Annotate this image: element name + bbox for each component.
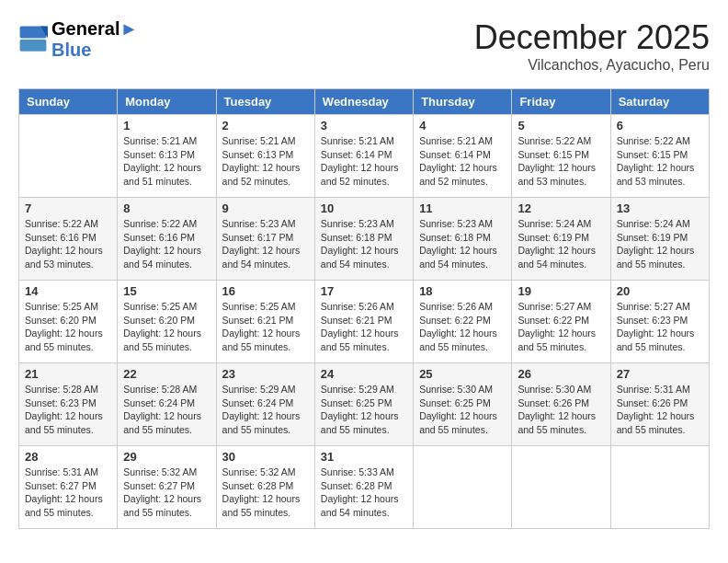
calendar-cell: 14Sunrise: 5:25 AMSunset: 6:20 PMDayligh… [19,281,118,363]
calendar-cell [19,115,118,198]
calendar-cell: 4Sunrise: 5:21 AMSunset: 6:14 PMDaylight… [414,115,512,198]
calendar-cell: 28Sunrise: 5:31 AMSunset: 6:27 PMDayligh… [19,446,118,529]
day-number: 6 [617,119,703,132]
calendar-cell: 21Sunrise: 5:28 AMSunset: 6:23 PMDayligh… [19,363,118,446]
day-info: Sunrise: 5:27 AMSunset: 6:22 PMDaylight:… [518,300,604,354]
calendar-cell: 5Sunrise: 5:22 AMSunset: 6:15 PMDaylight… [512,115,610,198]
calendar-cell [610,446,709,529]
day-info: Sunrise: 5:21 AMSunset: 6:13 PMDaylight:… [222,134,309,189]
calendar-cell [512,446,610,529]
header-friday: Friday [512,89,610,115]
calendar-cell: 22Sunrise: 5:28 AMSunset: 6:24 PMDayligh… [118,363,216,446]
day-number: 21 [25,367,111,381]
day-number: 22 [123,367,210,381]
day-info: Sunrise: 5:22 AMSunset: 6:16 PMDaylight:… [25,217,111,271]
page-header: General► Blue December 2025 Vilcanchos, … [18,18,710,74]
day-number: 3 [321,119,407,132]
calendar-cell: 7Sunrise: 5:22 AMSunset: 6:16 PMDaylight… [19,198,118,281]
day-info: Sunrise: 5:23 AMSunset: 6:17 PMDaylight:… [222,217,309,271]
day-info: Sunrise: 5:25 AMSunset: 6:20 PMDaylight:… [123,300,210,354]
calendar-table: Sunday Monday Tuesday Wednesday Thursday… [18,88,710,529]
month-title: December 2025 [474,18,710,57]
calendar-cell: 10Sunrise: 5:23 AMSunset: 6:18 PMDayligh… [314,198,413,281]
calendar-cell: 1Sunrise: 5:21 AMSunset: 6:13 PMDaylight… [118,115,216,198]
day-info: Sunrise: 5:22 AMSunset: 6:15 PMDaylight:… [518,134,604,189]
day-info: Sunrise: 5:29 AMSunset: 6:25 PMDaylight:… [321,383,407,437]
calendar-cell: 25Sunrise: 5:30 AMSunset: 6:25 PMDayligh… [414,363,512,446]
svg-rect-1 [20,40,47,52]
day-info: Sunrise: 5:25 AMSunset: 6:21 PMDaylight:… [222,300,309,354]
day-info: Sunrise: 5:32 AMSunset: 6:27 PMDaylight:… [123,465,210,520]
day-number: 8 [123,201,210,215]
day-number: 11 [419,201,506,215]
day-number: 24 [321,367,407,381]
day-number: 25 [419,367,506,381]
header-saturday: Saturday [610,89,709,115]
day-info: Sunrise: 5:25 AMSunset: 6:20 PMDaylight:… [25,300,111,354]
header-sunday: Sunday [19,89,118,115]
calendar-week-4: 21Sunrise: 5:28 AMSunset: 6:23 PMDayligh… [19,363,710,446]
calendar-cell: 30Sunrise: 5:32 AMSunset: 6:28 PMDayligh… [216,446,314,529]
day-info: Sunrise: 5:27 AMSunset: 6:23 PMDaylight:… [617,300,703,354]
calendar-header-row: Sunday Monday Tuesday Wednesday Thursday… [19,89,710,115]
day-number: 15 [123,284,210,298]
calendar-cell: 15Sunrise: 5:25 AMSunset: 6:20 PMDayligh… [118,281,216,363]
calendar-cell: 17Sunrise: 5:26 AMSunset: 6:21 PMDayligh… [314,281,413,363]
calendar-cell: 2Sunrise: 5:21 AMSunset: 6:13 PMDaylight… [216,115,314,198]
day-number: 30 [222,450,309,464]
calendar-cell: 6Sunrise: 5:22 AMSunset: 6:15 PMDaylight… [610,115,709,198]
header-thursday: Thursday [414,89,512,115]
day-number: 13 [617,201,703,215]
day-number: 23 [222,367,309,381]
day-number: 17 [321,284,407,298]
day-number: 20 [617,284,703,298]
calendar-cell: 8Sunrise: 5:22 AMSunset: 6:16 PMDaylight… [118,198,216,281]
calendar-cell: 3Sunrise: 5:21 AMSunset: 6:14 PMDaylight… [314,115,413,198]
calendar-cell: 31Sunrise: 5:33 AMSunset: 6:28 PMDayligh… [314,446,413,529]
day-info: Sunrise: 5:31 AMSunset: 6:26 PMDaylight:… [617,383,703,437]
calendar-cell [414,446,512,529]
day-info: Sunrise: 5:21 AMSunset: 6:14 PMDaylight:… [321,134,407,189]
calendar-cell: 23Sunrise: 5:29 AMSunset: 6:24 PMDayligh… [216,363,314,446]
calendar-week-5: 28Sunrise: 5:31 AMSunset: 6:27 PMDayligh… [19,446,710,529]
day-number: 18 [419,284,506,298]
day-info: Sunrise: 5:32 AMSunset: 6:28 PMDaylight:… [222,465,309,520]
day-info: Sunrise: 5:28 AMSunset: 6:24 PMDaylight:… [123,383,210,437]
calendar-cell: 26Sunrise: 5:30 AMSunset: 6:26 PMDayligh… [512,363,610,446]
header-monday: Monday [118,89,216,115]
calendar-cell: 20Sunrise: 5:27 AMSunset: 6:23 PMDayligh… [610,281,709,363]
day-info: Sunrise: 5:23 AMSunset: 6:18 PMDaylight:… [321,217,407,271]
calendar-week-1: 1Sunrise: 5:21 AMSunset: 6:13 PMDaylight… [19,115,710,198]
day-info: Sunrise: 5:24 AMSunset: 6:19 PMDaylight:… [518,217,604,271]
calendar-cell: 13Sunrise: 5:24 AMSunset: 6:19 PMDayligh… [610,198,709,281]
day-number: 1 [123,119,210,132]
day-number: 2 [222,119,309,132]
day-info: Sunrise: 5:26 AMSunset: 6:22 PMDaylight:… [419,300,506,354]
calendar-cell: 29Sunrise: 5:32 AMSunset: 6:27 PMDayligh… [118,446,216,529]
location-subtitle: Vilcanchos, Ayacucho, Peru [474,57,710,74]
calendar-cell: 16Sunrise: 5:25 AMSunset: 6:21 PMDayligh… [216,281,314,363]
day-number: 5 [518,119,604,132]
day-number: 28 [25,450,111,464]
day-number: 10 [321,201,407,215]
calendar-cell: 12Sunrise: 5:24 AMSunset: 6:19 PMDayligh… [512,198,610,281]
logo-icon [18,25,48,54]
day-number: 14 [25,284,111,298]
logo-text: General► Blue [51,18,138,61]
header-wednesday: Wednesday [314,89,413,115]
day-info: Sunrise: 5:26 AMSunset: 6:21 PMDaylight:… [321,300,407,354]
day-info: Sunrise: 5:33 AMSunset: 6:28 PMDaylight:… [321,465,407,520]
day-number: 31 [321,450,407,464]
header-tuesday: Tuesday [216,89,314,115]
day-info: Sunrise: 5:24 AMSunset: 6:19 PMDaylight:… [617,217,703,271]
day-info: Sunrise: 5:22 AMSunset: 6:15 PMDaylight:… [617,134,703,189]
day-info: Sunrise: 5:22 AMSunset: 6:16 PMDaylight:… [123,217,210,271]
calendar-cell: 11Sunrise: 5:23 AMSunset: 6:18 PMDayligh… [414,198,512,281]
day-info: Sunrise: 5:30 AMSunset: 6:26 PMDaylight:… [518,383,604,437]
title-area: December 2025 Vilcanchos, Ayacucho, Peru [474,18,710,74]
calendar-cell: 18Sunrise: 5:26 AMSunset: 6:22 PMDayligh… [414,281,512,363]
day-info: Sunrise: 5:31 AMSunset: 6:27 PMDaylight:… [25,465,111,520]
day-info: Sunrise: 5:29 AMSunset: 6:24 PMDaylight:… [222,383,309,437]
calendar-week-2: 7Sunrise: 5:22 AMSunset: 6:16 PMDaylight… [19,198,710,281]
day-number: 16 [222,284,309,298]
